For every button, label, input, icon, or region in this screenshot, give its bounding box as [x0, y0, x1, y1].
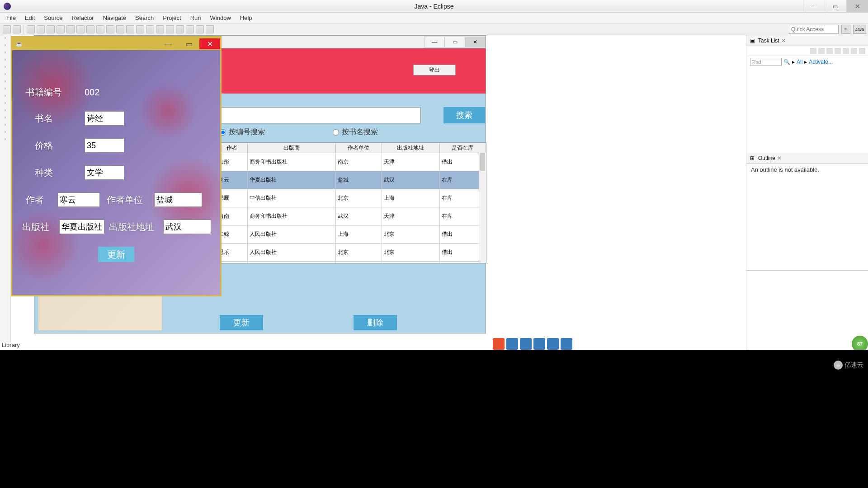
radio-by-name-input[interactable] — [333, 129, 339, 136]
radio-by-id[interactable]: 按编号搜索 — [220, 127, 265, 137]
eclipse-titlebar[interactable]: Java - Eclipse — ▭ ✕ — [0, 0, 868, 13]
tray-icon[interactable] — [547, 338, 559, 350]
price-label: 价格 — [21, 140, 66, 152]
tray-icon[interactable] — [520, 338, 532, 350]
table-cell: 上海 — [335, 262, 382, 264]
table-cell: 商务印书出版社 — [248, 207, 335, 225]
toolbar-btn-icon[interactable] — [136, 25, 144, 33]
price-input[interactable] — [85, 138, 124, 153]
toolbar-btn-icon[interactable] — [66, 25, 75, 33]
app-minimize-button[interactable]: — — [424, 37, 445, 47]
quick-access-input[interactable] — [789, 25, 839, 34]
dialog-update-button[interactable]: 更新 — [98, 247, 134, 262]
search-button[interactable]: 搜索 — [443, 107, 485, 123]
close-button[interactable]: ✕ — [846, 0, 868, 12]
toolbar-save-icon[interactable] — [13, 25, 21, 33]
author-unit-input[interactable] — [154, 192, 202, 207]
logout-button[interactable]: 登出 — [413, 65, 456, 75]
scrollbar-thumb[interactable] — [480, 153, 485, 171]
menu-window[interactable]: Window — [206, 14, 236, 22]
toolbar-btn-icon[interactable] — [166, 25, 174, 33]
publisher-input[interactable] — [59, 220, 104, 234]
menu-source[interactable]: Source — [39, 14, 67, 22]
toolbar-icon[interactable] — [859, 48, 865, 54]
toolbar-btn-icon[interactable] — [106, 25, 114, 33]
maximize-button[interactable]: ▭ — [825, 0, 846, 12]
menu-navigate[interactable]: Navigate — [99, 14, 131, 22]
java-perspective-label[interactable]: Java — [853, 25, 866, 34]
outline-tab[interactable]: ⊞ Outline ✕ — [746, 153, 868, 164]
publisher-addr-input[interactable] — [163, 220, 211, 234]
toolbar-btn-icon[interactable] — [86, 25, 94, 33]
category-label: 种类 — [21, 167, 66, 179]
menu-refactor[interactable]: Refactor — [67, 14, 99, 22]
toolbar-icon[interactable] — [843, 48, 849, 54]
close-icon[interactable]: ✕ — [781, 38, 786, 44]
toolbar-icon[interactable] — [826, 48, 833, 54]
toolbar-btn-icon[interactable] — [156, 25, 164, 33]
toolbar-btn-icon[interactable] — [146, 25, 154, 33]
column-header[interactable]: 是否在库 — [439, 143, 486, 153]
tray-icon[interactable] — [533, 338, 545, 350]
minimize-button[interactable]: — — [803, 0, 825, 12]
dialog-minimize-button[interactable]: — — [158, 38, 179, 49]
window-title: Java - Eclipse — [414, 3, 453, 10]
menu-file[interactable]: File — [2, 14, 20, 22]
toolbar-icon[interactable] — [851, 48, 857, 54]
dialog-close-button[interactable]: ✕ — [199, 38, 220, 49]
tray-icon[interactable] — [493, 338, 505, 350]
toolbar-btn-icon[interactable] — [47, 25, 55, 33]
table-cell: 上海 — [382, 189, 440, 207]
close-icon[interactable]: ✕ — [777, 155, 782, 161]
toolbar-btn-icon[interactable] — [126, 25, 134, 33]
toolbar-btn-icon[interactable] — [206, 25, 214, 33]
book-name-input[interactable] — [85, 111, 124, 126]
app-close-button[interactable]: ✕ — [465, 37, 486, 47]
delete-button[interactable]: 删除 — [354, 315, 397, 330]
toolbar-btn-icon[interactable] — [116, 25, 124, 33]
search-icon[interactable]: 🔍 — [783, 59, 790, 65]
toolbar-debug-icon[interactable] — [27, 25, 35, 33]
tray-icon[interactable] — [506, 338, 518, 350]
activate-link[interactable]: Activate... — [809, 59, 833, 65]
column-header[interactable]: 作者单位 — [335, 143, 382, 153]
toolbar-icon[interactable] — [818, 48, 825, 54]
column-header[interactable]: 出版商 — [248, 143, 335, 153]
toolbar-btn-icon[interactable] — [76, 25, 85, 33]
radio-by-name[interactable]: 按书名搜索 — [333, 127, 378, 137]
toolbar-btn-icon[interactable] — [96, 25, 104, 33]
update-button[interactable]: 更新 — [220, 315, 263, 330]
menu-help[interactable]: Help — [236, 14, 257, 22]
task-list-tab[interactable]: ▣ Task List ✕ — [746, 35, 868, 46]
table-cell: 天津 — [382, 207, 440, 225]
menu-edit[interactable]: Edit — [20, 14, 39, 22]
app-maximize-button[interactable]: ▭ — [444, 37, 465, 47]
toolbar-btn-icon[interactable] — [186, 25, 194, 33]
dialog-titlebar[interactable]: ☕ — ▭ ✕ — [12, 38, 220, 50]
toolbar-icon[interactable] — [810, 48, 816, 54]
bottom-black-area — [0, 350, 868, 488]
column-header[interactable]: 出版社地址 — [382, 143, 440, 153]
dialog-maximize-button[interactable]: ▭ — [179, 38, 199, 49]
book-id-value: 002 — [85, 87, 99, 98]
toolbar-btn-icon[interactable] — [57, 25, 65, 33]
toolbar-btn-icon[interactable] — [176, 25, 184, 33]
all-link[interactable]: All — [797, 59, 802, 65]
toolbar-btn-icon[interactable] — [196, 25, 204, 33]
task-find-input[interactable] — [750, 58, 782, 66]
toolbar-run-icon[interactable] — [37, 25, 45, 33]
update-dialog: ☕ — ▭ ✕ 书籍编号 002 书名 价格 种类 作者 作者单位 出版社 — [11, 36, 222, 296]
scrollbar[interactable] — [479, 153, 486, 263]
toolbar-new-icon[interactable] — [3, 25, 11, 33]
java-perspective-icon[interactable]: ☕ — [841, 25, 850, 34]
category-input[interactable] — [85, 165, 124, 180]
menu-search[interactable]: Search — [131, 14, 158, 22]
system-tray — [493, 338, 572, 350]
table-cell: 上海 — [382, 262, 440, 264]
author-input[interactable] — [57, 192, 100, 207]
toolbar-icon[interactable] — [835, 48, 841, 54]
menu-run[interactable]: Run — [186, 14, 206, 22]
tray-icon[interactable] — [561, 338, 572, 350]
menu-project[interactable]: Project — [158, 14, 185, 22]
table-cell: 华夏出版社 — [248, 171, 335, 189]
